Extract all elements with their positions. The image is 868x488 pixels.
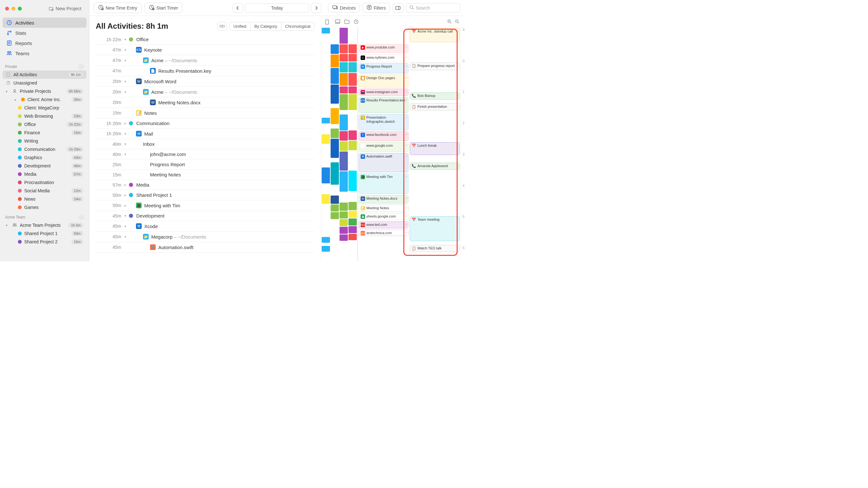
timeline-block[interactable]: [348, 87, 357, 93]
project-item[interactable]: Shared Project 150m: [3, 229, 87, 238]
timeline-block[interactable]: [322, 118, 330, 124]
timeline-block[interactable]: [322, 167, 330, 184]
add-icon[interactable]: +: [405, 116, 407, 119]
timeline-block[interactable]: [331, 129, 339, 138]
timeline-app-card[interactable]: TEDwww.ted.com+: [359, 221, 408, 228]
timeline-block[interactable]: [348, 44, 357, 53]
project-item[interactable]: News24m: [3, 195, 87, 203]
view-option[interactable]: Unified: [229, 22, 250, 30]
add-icon[interactable]: +: [456, 246, 458, 250]
chevron-icon[interactable]: ▾: [121, 90, 129, 94]
timeline-app-card[interactable]: ▦sheets.google.com+: [359, 213, 408, 220]
activity-row[interactable]: 45m▾📁Megacorp – ~/Documents: [96, 232, 315, 242]
minimize-window-icon[interactable]: [11, 7, 15, 10]
laptop-icon[interactable]: [335, 20, 341, 24]
prev-day-button[interactable]: [232, 3, 243, 13]
timeline-app-card[interactable]: ✉Progress Report+: [359, 63, 408, 73]
activity-row[interactable]: 47m▾KNKeynote: [96, 45, 315, 55]
timeline-app-card[interactable]: 📝Meeting Notes+: [359, 205, 408, 212]
project-item[interactable]: Development45m: [3, 162, 87, 170]
timeline-block[interactable]: [348, 211, 357, 218]
add-icon[interactable]: +: [405, 206, 407, 209]
toggle-group-icon[interactable]: [218, 22, 226, 31]
timeline-app-card[interactable]: KNResults Presentation.key+: [359, 97, 408, 113]
zoom-out-icon[interactable]: [455, 20, 461, 24]
chevron-icon[interactable]: ▾: [121, 225, 129, 228]
devices-button[interactable]: Devices: [328, 3, 360, 12]
timeline-block[interactable]: [340, 171, 348, 192]
activity-row[interactable]: 1h 20m▾✉Mail: [96, 129, 315, 139]
activity-row[interactable]: 50m▸Shared Project 1: [96, 190, 315, 200]
add-icon[interactable]: +: [405, 175, 407, 178]
timeline-block[interactable]: [331, 28, 339, 44]
add-icon[interactable]: +: [456, 143, 458, 147]
view-option[interactable]: Chronological: [281, 22, 315, 30]
zoom-in-icon[interactable]: [447, 20, 453, 24]
chevron-icon[interactable]: ▾: [121, 132, 129, 135]
timeline-block[interactable]: [340, 28, 348, 44]
activity-row[interactable]: 15m📝Notes: [96, 108, 315, 118]
timeline-app-card[interactable]: 💎Presentation Infographic.sketch+: [359, 114, 408, 130]
timeline-block[interactable]: [348, 73, 357, 86]
chevron-icon[interactable]: ▾: [121, 153, 129, 156]
timeline-block[interactable]: [322, 237, 330, 243]
add-icon[interactable]: +: [405, 76, 407, 79]
next-day-button[interactable]: [311, 3, 322, 13]
add-icon[interactable]: +: [405, 154, 407, 158]
timeline-app-card[interactable]: 📄Design Doc.pages+: [359, 75, 408, 87]
activity-row[interactable]: 20m▾📁Acme – ~/Documents: [96, 87, 315, 97]
timeline-block[interactable]: [348, 192, 357, 201]
timeline-block[interactable]: [331, 196, 339, 204]
activity-row[interactable]: 15mMeeting Notes: [96, 170, 315, 180]
phone-icon[interactable]: [325, 20, 331, 24]
add-icon[interactable]: +: [405, 133, 407, 136]
timeline-block[interactable]: [340, 94, 348, 110]
timeline-block[interactable]: [340, 227, 348, 234]
timeline-block[interactable]: [331, 204, 339, 212]
timeline-block[interactable]: [348, 62, 357, 72]
panel-toggle-button[interactable]: [393, 3, 403, 13]
timeline-block[interactable]: [340, 152, 348, 171]
project-item[interactable]: Client: MegaCorp: [3, 104, 87, 112]
timeline-block[interactable]: [331, 68, 339, 84]
timeline-block[interactable]: [348, 202, 357, 210]
timeline-block[interactable]: [348, 234, 357, 240]
timeline-block[interactable]: [322, 134, 330, 144]
timeline-app-card[interactable]: 𝔗www.nytimes.com+: [359, 54, 408, 62]
timeline-block[interactable]: [340, 44, 348, 53]
activity-row[interactable]: 40m▾john@acme.com: [96, 149, 315, 160]
timeline-block[interactable]: [340, 131, 348, 141]
add-icon[interactable]: +: [456, 29, 458, 33]
add-icon[interactable]: +: [405, 223, 407, 226]
project-item[interactable]: Games: [3, 203, 87, 212]
timeline-event-card[interactable]: 📞Amanda Appleseed+: [410, 163, 460, 170]
chevron-icon[interactable]: ▾: [121, 48, 129, 52]
timeline-block[interactable]: [322, 28, 330, 33]
chevron-icon[interactable]: ▾: [121, 214, 129, 218]
timeline-block[interactable]: [340, 73, 348, 86]
close-window-icon[interactable]: [5, 7, 9, 10]
add-icon[interactable]: +: [405, 45, 407, 49]
timeline-block[interactable]: [322, 246, 330, 252]
timeline-app-card[interactable]: Gwww.google.com+: [359, 142, 408, 152]
add-icon[interactable]: +: [456, 94, 458, 97]
add-private-icon[interactable]: +: [79, 64, 84, 69]
timeline-block[interactable]: [322, 243, 330, 245]
view-option[interactable]: By Category: [250, 22, 281, 30]
folder-icon[interactable]: [344, 20, 350, 24]
timeline-block[interactable]: [322, 34, 330, 117]
nav-item-teams[interactable]: Teams: [3, 48, 87, 58]
timeline-block[interactable]: [348, 28, 357, 44]
clock-icon[interactable]: [354, 20, 360, 24]
timeline-app-card[interactable]: fwww.facebook.com+: [359, 131, 408, 141]
unassigned-item[interactable]: Unassigned: [3, 79, 87, 87]
activity-row[interactable]: 57m▸Media: [96, 180, 315, 190]
timeline-event-card[interactable]: 📅Acme Inc. standup call+: [410, 28, 460, 42]
chevron-right-icon[interactable]: ▸: [15, 98, 19, 101]
timeline-event-card[interactable]: 📅Team meeting+: [410, 216, 460, 241]
timeline-app-card[interactable]: WMeeting Notes.docx+: [359, 195, 408, 203]
activity-row[interactable]: 20m▾WMicrosoft Word: [96, 76, 315, 87]
project-item[interactable]: Communication1h 20m: [3, 145, 87, 154]
chevron-icon[interactable]: ▸: [121, 122, 129, 125]
timeline-app-card[interactable]: 🎥Meeting with Tim+: [359, 173, 408, 194]
